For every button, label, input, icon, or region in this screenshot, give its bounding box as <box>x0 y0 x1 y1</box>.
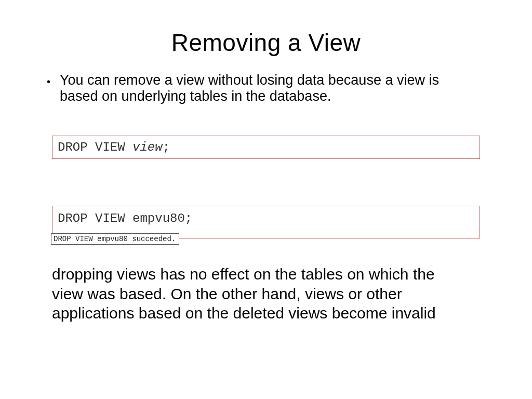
syntax-param: view <box>132 140 163 154</box>
bullet-icon: • <box>47 73 50 90</box>
example-wrapper: DROP VIEW empvu80; DROP VIEW empvu80 suc… <box>52 206 480 238</box>
syntax-box: DROP VIEW view; <box>52 136 480 159</box>
syntax-prefix: DROP VIEW <box>58 140 132 154</box>
bullet-item: • You can remove a view without losing d… <box>36 72 496 104</box>
slide: Removing a View • You can remove a view … <box>0 0 532 399</box>
bullet-text: You can remove a view without losing dat… <box>60 72 470 104</box>
result-box: DROP VIEW empvu80 succeeded. <box>51 233 179 245</box>
example-statement: DROP VIEW empvu80; <box>58 211 192 225</box>
body-paragraph: dropping views has no effect on the tabl… <box>36 264 496 323</box>
slide-title: Removing a View <box>36 29 496 57</box>
syntax-suffix: ; <box>163 140 170 154</box>
